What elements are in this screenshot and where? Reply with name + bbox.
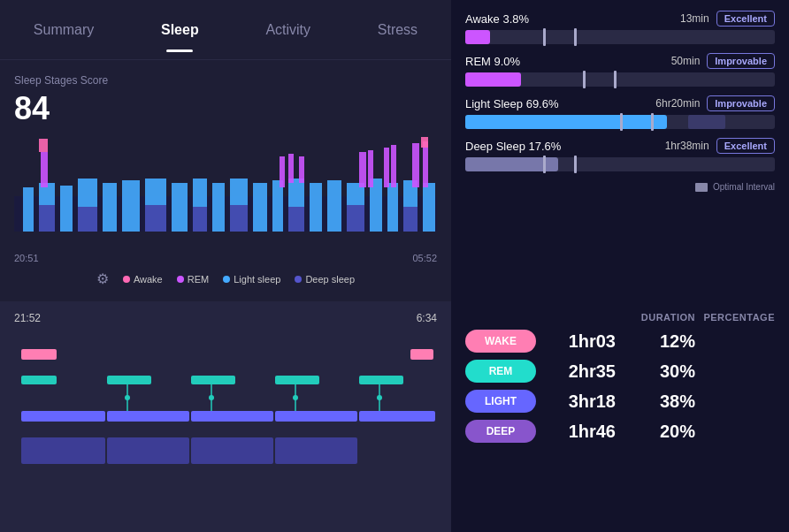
gear-icon[interactable]: ⚙ (96, 270, 109, 287)
stat-light-bar (465, 115, 667, 129)
stat-awake-header: Awake 3.8% 13min Excellent (465, 11, 775, 27)
badge-light: LIGHT (465, 390, 536, 413)
badge-wake: WAKE (465, 330, 536, 353)
svg-rect-63 (275, 437, 357, 464)
duration-wake: 1hr03 (536, 331, 616, 352)
header-percentage: PERCENTAGE (695, 312, 775, 323)
svg-rect-35 (368, 150, 373, 187)
svg-rect-49 (275, 376, 319, 384)
stat-light-duration: 6hr20min (655, 97, 700, 110)
rem-optimal-marker2 (614, 71, 617, 88)
svg-rect-41 (421, 137, 428, 148)
stat-deep-badge: Excellent (716, 138, 775, 154)
light-optimal-marker2 (651, 113, 654, 131)
svg-rect-5 (103, 183, 117, 232)
stat-awake-title: Awake 3.8% (465, 12, 529, 26)
duration-light: 3hr18 (536, 391, 616, 412)
awake-optimal-marker2 (574, 28, 577, 46)
svg-rect-56 (107, 411, 189, 422)
svg-rect-23 (78, 207, 97, 232)
awake-dot (123, 276, 130, 283)
nav-sleep[interactable]: Sleep (143, 0, 217, 59)
svg-rect-60 (21, 437, 105, 464)
stat-light-title: Light Sleep 69.6% (465, 97, 559, 110)
stat-light: Light Sleep 69.6% 6hr20min Improvable (465, 95, 775, 129)
stats-panel: Awake 3.8% 13min Excellent REM 9.0% 50mi… (451, 0, 789, 301)
stat-deep-header: Deep Sleep 17.6% 1hr38min Excellent (465, 138, 775, 154)
svg-rect-39 (423, 141, 428, 187)
sleep-score: 84 (14, 90, 437, 127)
svg-rect-26 (230, 205, 248, 232)
deep-dot (295, 276, 302, 283)
svg-rect-31 (280, 156, 285, 187)
svg-rect-37 (391, 145, 396, 187)
stat-deep-title: Deep Sleep 17.6% (465, 140, 561, 153)
svg-rect-30 (41, 152, 48, 187)
stat-deep-bar-container (465, 157, 775, 171)
svg-rect-61 (107, 437, 189, 464)
nav-stress-label: Stress (378, 22, 417, 38)
nav-activity[interactable]: Activity (248, 0, 328, 59)
legend-light-label: Light sleep (234, 274, 280, 285)
badge-rem: REM (465, 360, 536, 383)
sleep-chart-panel: Sleep Stages Score 84 (0, 60, 451, 301)
nav-summary[interactable]: Summary (16, 0, 111, 59)
svg-rect-25 (193, 207, 207, 232)
nav-stress[interactable]: Stress (360, 0, 435, 59)
stat-deep-duration: 1hr38min (665, 140, 709, 152)
bottom-table-panel: DURATION PERCENTAGE WAKE 1hr03 12% REM 2… (451, 301, 789, 532)
svg-rect-1 (23, 187, 34, 232)
stat-rem-title: REM 9.0% (465, 55, 520, 68)
legend-awake: Awake (123, 274, 163, 285)
light-optimal-marker (620, 113, 623, 131)
percentage-rem: 30% (616, 361, 695, 382)
stat-rem-badge: Improvable (707, 53, 775, 69)
legend-awake-label: Awake (134, 274, 163, 285)
svg-rect-43 (21, 349, 57, 360)
svg-rect-59 (359, 411, 435, 422)
percentage-deep: 20% (616, 422, 695, 442)
percentage-light: 38% (616, 391, 695, 412)
svg-rect-57 (191, 411, 273, 422)
stat-rem-header: REM 9.0% 50min Improvable (465, 53, 775, 69)
legend-rem: REM (177, 274, 209, 285)
svg-rect-19 (387, 183, 398, 232)
svg-rect-24 (145, 205, 166, 232)
svg-rect-33 (299, 156, 304, 183)
stat-light-badge: Improvable (707, 95, 775, 111)
svg-rect-47 (107, 376, 151, 384)
stat-light-bar-container (465, 115, 775, 129)
stat-rem: REM 9.0% 50min Improvable (465, 53, 775, 87)
svg-rect-16 (327, 180, 341, 232)
duration-deep: 1hr46 (536, 422, 616, 442)
chart-legend: ⚙ Awake REM Light sleep Deep sleep (14, 270, 437, 287)
awake-optimal-marker (543, 28, 546, 46)
chart-times: 20:51 05:52 (14, 253, 437, 263)
sleep-stages-label: Sleep Stages Score (14, 74, 437, 87)
stat-light-header: Light Sleep 69.6% 6hr20min Improvable (465, 95, 775, 111)
sleep-chart-area (14, 134, 437, 249)
rem-dot (177, 276, 184, 283)
light-dot (223, 276, 230, 283)
bottom-time-start: 21:52 (14, 312, 41, 324)
top-navigation: Summary Sleep Activity Stress (0, 0, 451, 60)
deep-optimal-marker2 (574, 156, 577, 173)
svg-rect-3 (60, 186, 73, 232)
svg-rect-32 (288, 154, 294, 183)
header-duration: DURATION (616, 312, 695, 323)
svg-rect-50 (359, 376, 403, 384)
stat-awake-bar (465, 30, 490, 44)
svg-rect-45 (421, 349, 433, 360)
svg-rect-48 (191, 376, 235, 384)
stat-rem-bar (465, 72, 521, 87)
optimal-label-text: Optimal Interval (713, 182, 775, 192)
table-row-light: LIGHT 3hr18 38% (465, 390, 775, 413)
optimal-label: Optimal Interval (465, 182, 775, 192)
legend-deep-label: Deep sleep (305, 274, 355, 285)
svg-rect-10 (212, 183, 225, 232)
svg-rect-22 (39, 205, 55, 232)
rem-optimal-marker (583, 71, 586, 88)
stat-rem-bar-container (465, 72, 775, 87)
chart-time-end: 05:52 (412, 253, 437, 263)
table-row-rem: REM 2hr35 30% (465, 360, 775, 383)
